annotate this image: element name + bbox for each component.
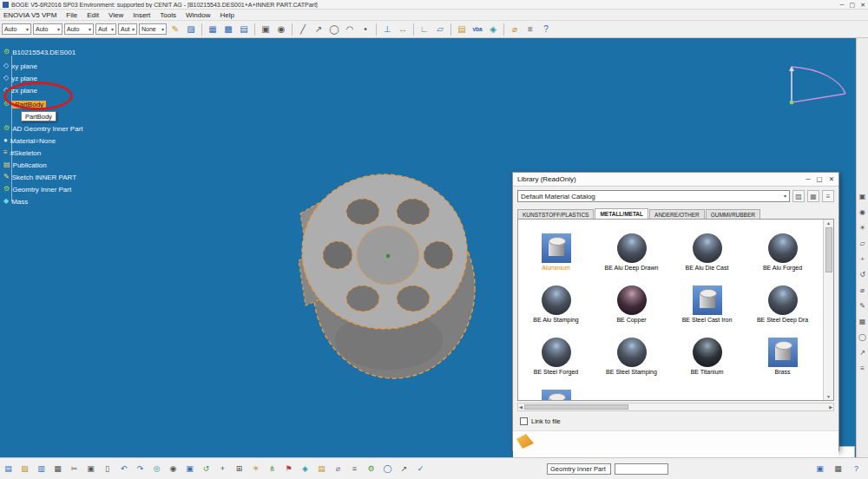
material-be-steel-stamping[interactable]: BE Steel Stamping xyxy=(594,338,669,376)
material-be-titanium[interactable]: BE Titanium xyxy=(669,338,745,376)
cut-icon[interactable]: ✂ xyxy=(68,462,81,475)
arc-tool-icon[interactable]: ◠ xyxy=(343,23,357,36)
snap-grid-icon[interactable]: ▩ xyxy=(221,23,235,36)
material-brass[interactable]: Brass xyxy=(745,338,820,376)
scrollbar-thumb[interactable] xyxy=(825,227,832,272)
dialog-titlebar[interactable]: Library (ReadOnly) ─ ▢ ✕ xyxy=(513,173,838,187)
tree-item-skeleton[interactable]: ≡#Skeleton xyxy=(3,148,151,158)
part-hole[interactable] xyxy=(323,241,352,269)
dialog-maximize-icon[interactable]: ▢ xyxy=(817,175,823,183)
menu-insert[interactable]: Insert xyxy=(133,11,150,19)
open-icon[interactable]: ▨ xyxy=(18,462,31,475)
material-be-alu-forged[interactable]: BE Alu Forged xyxy=(745,233,820,272)
settings-gear-icon[interactable]: ⚙ xyxy=(365,462,378,475)
power-input-field[interactable]: Geomtry Inner Part xyxy=(547,463,611,475)
hide-show-icon[interactable]: ◉ xyxy=(167,462,180,475)
paste-icon[interactable]: ▯ xyxy=(101,462,114,475)
paintbrush-icon[interactable]: ▨ xyxy=(184,23,198,36)
circle-tool-icon[interactable]: ◯ xyxy=(858,333,866,341)
lock-icon[interactable]: ▣ xyxy=(259,23,273,36)
lighting-icon[interactable]: ☀ xyxy=(859,224,865,232)
vertical-scrollbar[interactable]: ▲ ▼ xyxy=(823,220,833,400)
catalog-icon[interactable]: ▤ xyxy=(455,23,469,36)
material-be-steel-deep-drawn[interactable]: BE Steel Deep Dra xyxy=(745,285,820,324)
graph-tree-icon[interactable]: ⋔ xyxy=(266,462,279,475)
horizontal-scrollbar[interactable]: ◀ ▶ xyxy=(517,403,834,411)
undo-icon[interactable]: ↶ xyxy=(117,462,130,475)
print-icon[interactable]: ▦ xyxy=(51,462,64,475)
sketch-icon[interactable]: ✎ xyxy=(859,302,865,310)
material-be-steel-cast-iron[interactable]: BE Steel Cast Iron xyxy=(669,285,745,324)
menu-view[interactable]: View xyxy=(108,11,123,19)
part-hole[interactable] xyxy=(397,285,430,312)
filter-combo-2[interactable]: Auto▾ xyxy=(33,23,62,35)
view-mode-icon[interactable]: ▣ xyxy=(813,462,826,475)
filter-combo-4[interactable]: Aut▾ xyxy=(95,23,116,35)
new-document-icon[interactable]: ▤ xyxy=(2,462,15,475)
help-icon[interactable]: ? xyxy=(539,23,553,36)
tree-item-partbody[interactable]: ⚙PartBody xyxy=(3,99,151,109)
redo-icon[interactable]: ↷ xyxy=(134,462,147,475)
tree-item-publication[interactable]: ▤Publication xyxy=(3,160,151,170)
fit-all-icon[interactable]: ⊞ xyxy=(233,462,246,475)
material-aluminium[interactable]: Aluminium xyxy=(518,233,594,272)
tree-item-xy-plane[interactable]: ◇xy plane xyxy=(3,61,151,71)
filter-combo-6[interactable]: None▾ xyxy=(139,23,167,35)
arrow-tool-icon[interactable]: ↗ xyxy=(312,23,326,36)
part-3d-view[interactable] xyxy=(286,168,482,385)
table-icon[interactable]: ▤ xyxy=(237,23,251,36)
material-catalog-select[interactable]: Default Material Catalog ▾ xyxy=(517,190,790,202)
axis-system-icon[interactable]: ∟ xyxy=(418,23,431,36)
tree-item-yz-plane[interactable]: ◇yz plane xyxy=(3,73,151,83)
dialog-minimize-icon[interactable]: ─ xyxy=(806,175,810,183)
material-be-copper[interactable]: BE Copper xyxy=(594,285,669,324)
zoom-in-icon[interactable]: + xyxy=(860,255,865,263)
point-tool-icon[interactable]: • xyxy=(358,23,372,36)
layers-icon[interactable]: ≡ xyxy=(860,364,865,372)
filter-combo-1[interactable]: Auto▾ xyxy=(2,23,31,35)
macro-icon[interactable]: ◈ xyxy=(299,462,312,475)
tree-item-sketch-inner-part[interactable]: ✎Sketch INNER PART xyxy=(3,172,151,182)
copy-icon[interactable]: ▣ xyxy=(84,462,97,475)
constraint-icon[interactable]: ⊥ xyxy=(380,23,394,36)
lighting-icon[interactable]: ☀ xyxy=(249,462,262,475)
tab-kunststoff-plastics[interactable]: KUNSTSTOFF/PLASTICS xyxy=(517,209,594,219)
tree-item-root-part[interactable]: ⚙B10215543.DES001 xyxy=(3,47,151,57)
tab-andere-other[interactable]: ANDERE/OTHER xyxy=(649,209,705,219)
list-view-icon[interactable]: ≡ xyxy=(822,190,834,202)
close-icon[interactable]: ✕ xyxy=(860,1,865,9)
material-be-alu-die-cast[interactable]: BE Alu Die Cast xyxy=(669,233,745,272)
3d-viewport[interactable]: ⚙B10215543.DES001 ◇xy plane ◇yz plane ◇z… xyxy=(0,38,868,457)
normal-view-icon[interactable]: ↗ xyxy=(859,349,865,357)
validate-icon[interactable]: ✓ xyxy=(414,462,427,475)
layers-icon[interactable]: ≡ xyxy=(523,23,537,36)
grid-icon[interactable]: ▦ xyxy=(832,462,845,475)
menu-edit[interactable]: Edit xyxy=(87,11,99,19)
dialog-close-icon[interactable]: ✕ xyxy=(829,175,834,183)
flag-icon[interactable]: ⚑ xyxy=(282,462,295,475)
part-hole[interactable] xyxy=(397,199,430,225)
list-icon[interactable]: ≡ xyxy=(348,462,361,475)
catalog-icon[interactable]: ▤ xyxy=(315,462,328,475)
help-icon[interactable]: ? xyxy=(850,462,863,475)
isometric-view-icon[interactable]: ▣ xyxy=(859,193,866,200)
plane-icon[interactable]: ▱ xyxy=(433,23,447,36)
large-icons-view-icon[interactable]: ▦ xyxy=(807,190,819,202)
material-be-alu-stamping[interactable]: BE Alu Stamping xyxy=(518,285,594,324)
tree-item-zx-plane[interactable]: ◇zx plane xyxy=(3,85,151,95)
pointer-icon[interactable]: ↗ xyxy=(398,462,411,475)
tree-item-geometry-inner-part-set[interactable]: ⚙AD Geomtry Inner Part xyxy=(3,123,151,134)
tree-item-mass[interactable]: ◆Mass xyxy=(3,196,151,207)
link-to-file-checkbox[interactable]: Link to file xyxy=(520,417,561,425)
grid-icon[interactable]: ▦ xyxy=(859,318,866,325)
menu-file[interactable]: File xyxy=(66,11,77,19)
part-hole[interactable] xyxy=(424,241,453,269)
line-tool-icon[interactable]: ╱ xyxy=(296,23,310,36)
scroll-right-icon[interactable]: ▶ xyxy=(829,404,832,410)
menu-help[interactable]: Help xyxy=(220,11,233,19)
search-icon[interactable]: ◎ xyxy=(150,462,163,475)
view-compass[interactable] xyxy=(779,59,853,109)
scroll-up-icon[interactable]: ▲ xyxy=(826,220,831,226)
measure-icon[interactable]: ⌀ xyxy=(860,286,865,294)
material-item-partial[interactable] xyxy=(518,390,594,401)
